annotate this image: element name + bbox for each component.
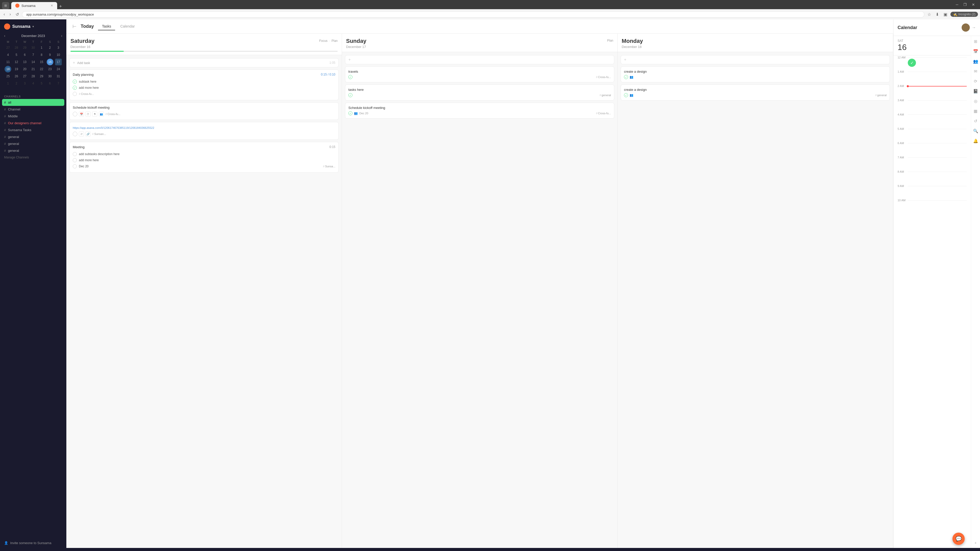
kickoff-flag-icon[interactable]: ⚑ <box>92 111 97 117</box>
tab-close-btn[interactable]: ✕ <box>51 4 53 7</box>
cal-day-6[interactable]: 6 <box>21 52 28 58</box>
cal-day-30[interactable]: 30 <box>30 44 37 51</box>
design-1-check[interactable] <box>624 75 628 79</box>
tab-tasks[interactable]: Tasks <box>98 23 115 30</box>
back-btn[interactable]: ‹ <box>2 11 6 17</box>
cal-day-28b[interactable]: 28 <box>30 73 37 79</box>
cal-next-btn[interactable]: › <box>61 34 62 38</box>
cal-day-jan4[interactable]: 4 <box>30 80 37 87</box>
invite-btn[interactable]: 👤 Invite someone to Sunsama <box>4 541 62 545</box>
cal-day-24[interactable]: 24 <box>55 66 62 73</box>
kickoff-people-icon[interactable]: 👥 <box>99 111 104 117</box>
asana-icon-1[interactable]: ↺ <box>79 131 84 137</box>
forward-btn[interactable]: › <box>8 11 12 17</box>
cal-day-19[interactable]: 19 <box>13 66 20 73</box>
cal-day-jan6[interactable]: 6 <box>47 80 53 87</box>
cal-day-10[interactable]: 10 <box>55 52 62 58</box>
channel-item-channel[interactable]: # Channel <box>0 106 66 113</box>
user-avatar[interactable] <box>962 24 970 32</box>
cal-day-8[interactable]: 8 <box>38 52 45 58</box>
channel-item-general2[interactable]: # general <box>0 140 66 147</box>
design-2-check[interactable] <box>624 93 628 97</box>
cal-day-22[interactable]: 22 <box>38 66 45 73</box>
cal-day-26[interactable]: 26 <box>13 73 20 79</box>
subtask-check-1[interactable] <box>73 79 77 84</box>
cal-day-3[interactable]: 3 <box>55 44 62 51</box>
channel-item-middle[interactable]: # Middle <box>0 113 66 120</box>
add-task-btn-mon[interactable]: + <box>620 55 890 64</box>
cal-day-jan5[interactable]: 5 <box>38 80 45 87</box>
calendar-grid-icon[interactable]: ⊞ <box>974 39 977 44</box>
cal-day-2[interactable]: 2 <box>47 44 53 51</box>
cal-day-11[interactable]: 11 <box>5 59 11 65</box>
cal-day-1[interactable]: 1 <box>38 44 45 51</box>
cal-day-27b[interactable]: 27 <box>21 73 28 79</box>
cal-day-21[interactable]: 21 <box>30 66 37 73</box>
meeting-check-3[interactable] <box>73 164 77 168</box>
cal-day-30[interactable]: 30 <box>47 73 53 79</box>
cal-day-12[interactable]: 12 <box>13 59 20 65</box>
people-side-icon[interactable]: 👥 <box>973 59 978 64</box>
channel-item-designers[interactable]: # Our designers channel <box>0 120 66 127</box>
subtask-check-3[interactable] <box>73 92 77 96</box>
focus-btn[interactable]: Focus <box>319 39 328 43</box>
today-btn[interactable]: Today <box>81 24 94 29</box>
plan-btn-sun[interactable]: Plan <box>607 39 613 42</box>
channel-item-general1[interactable]: # general <box>0 133 66 140</box>
cal-day-7[interactable]: 7 <box>30 52 37 58</box>
url-bar[interactable]: app.sunsama.com/group/moodjoy_workspace <box>22 11 924 17</box>
subtask-check-2[interactable] <box>73 86 77 90</box>
channel-item-general3[interactable]: # general <box>0 147 66 154</box>
cal-day-27[interactable]: 27 <box>5 44 11 51</box>
location-side-icon[interactable]: ◎ <box>974 99 977 103</box>
asana-icon-2[interactable]: 🔗 <box>86 131 91 137</box>
cal-day-9[interactable]: 9 <box>47 52 53 58</box>
meeting-check-1[interactable] <box>73 152 77 156</box>
notebook-side-icon[interactable]: 📓 <box>973 89 978 94</box>
tab-calendar[interactable]: Calendar <box>116 23 139 30</box>
cal-day-jan1[interactable]: 1 <box>5 80 11 87</box>
sidebar-header[interactable]: Sunsama ▾ <box>0 19 66 32</box>
sidebar-toggle-btn[interactable]: ▣ <box>942 11 949 18</box>
asana-check[interactable] <box>73 132 77 136</box>
cal-day-18-selected[interactable]: 18 <box>5 66 11 73</box>
kickoff-calendar-icon[interactable]: 📅 <box>79 111 84 117</box>
cal-day-25[interactable]: 25 <box>5 73 11 79</box>
kickoff-check[interactable] <box>73 112 77 116</box>
tab-switcher[interactable]: ⊞ <box>2 2 9 9</box>
cal-day-13[interactable]: 13 <box>21 59 28 65</box>
cal-day-5[interactable]: 5 <box>13 52 20 58</box>
tasks-here-check[interactable] <box>348 93 352 97</box>
channel-item-all[interactable]: # all <box>2 99 64 106</box>
add-bottom-icon[interactable]: + <box>974 541 977 545</box>
cal-prev-btn[interactable]: ‹ <box>4 34 5 38</box>
kickoff-clock-icon[interactable]: ⏱ <box>86 111 91 117</box>
cal-day-jan3[interactable]: 3 <box>21 80 28 87</box>
manage-channels-btn[interactable]: Manage Channels <box>0 154 66 161</box>
refresh-side-icon[interactable]: ↺ <box>974 119 977 124</box>
minimize-btn[interactable]: ─ <box>954 2 960 7</box>
cal-day-jan7[interactable]: 7 <box>55 80 62 87</box>
restore-btn[interactable]: ❐ <box>961 2 969 7</box>
cal-day-16-today[interactable]: 16 <box>47 59 53 65</box>
cal-day-14[interactable]: 14 <box>30 59 37 65</box>
cal-day-31[interactable]: 31 <box>55 73 62 79</box>
refresh-btn[interactable]: ↺ <box>14 11 21 18</box>
plan-btn-sat[interactable]: Plan <box>331 39 338 43</box>
expand-icon[interactable]: → <box>972 25 976 30</box>
new-tab-btn[interactable]: + <box>57 4 64 9</box>
cal-day-20[interactable]: 20 <box>21 66 28 73</box>
calendar-view-icon[interactable]: 📅 <box>973 49 978 54</box>
table-side-icon[interactable]: ▦ <box>974 109 977 114</box>
cal-day-jan2[interactable]: 2 <box>13 80 20 87</box>
cal-day-29[interactable]: 29 <box>21 44 28 51</box>
meeting-check-2[interactable] <box>73 158 77 162</box>
sync-side-icon[interactable]: ⟳ <box>974 79 977 84</box>
bookmark-btn[interactable]: ☆ <box>926 11 932 18</box>
add-task-btn-sat[interactable]: + Add task 1:05 <box>69 58 339 67</box>
download-btn[interactable]: ⬇ <box>934 11 940 18</box>
mail-side-icon[interactable]: ✉ <box>974 69 977 74</box>
cal-day-15[interactable]: 15 <box>38 59 45 65</box>
cal-day-28[interactable]: 28 <box>13 44 20 51</box>
chat-fab[interactable]: 💬 <box>953 533 965 545</box>
